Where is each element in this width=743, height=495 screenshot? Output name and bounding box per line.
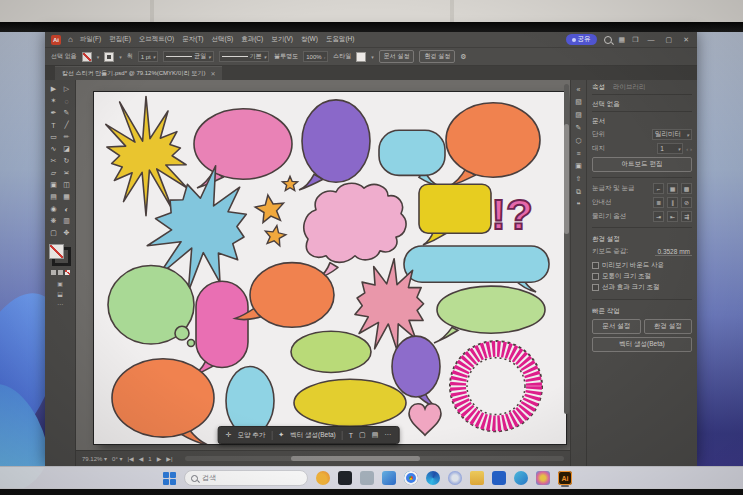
guide-option-icon[interactable]: ∥ [667, 197, 678, 208]
dock-artboards-icon[interactable]: ▣ [575, 162, 582, 170]
horizontal-scrollbar[interactable] [185, 456, 564, 461]
menu-item[interactable]: 파일(F) [80, 35, 101, 44]
menu-item[interactable]: 도움말(H) [326, 35, 355, 44]
preferences-button[interactable]: 환경 설정 [419, 50, 455, 63]
zoom-level-select[interactable]: 79.12% ▾ [82, 455, 107, 462]
sticker-burst-yellow[interactable] [106, 96, 187, 215]
menu-item[interactable]: 편집(E) [109, 35, 131, 44]
share-button[interactable]: 공유 [566, 34, 597, 45]
dock-links-icon[interactable]: ⧉ [576, 188, 581, 196]
sticker-star-small-1[interactable] [282, 176, 297, 190]
start-button[interactable] [163, 472, 176, 485]
paintbrush-tool[interactable]: ✏ [60, 131, 73, 143]
generate-vectors-button[interactable]: 벡터 생성(Beta) [592, 337, 692, 352]
ruler-grid-option-icon[interactable]: ▦ [667, 183, 678, 194]
tab-properties[interactable]: 속성 [592, 83, 605, 92]
sticker-star-medium[interactable] [255, 195, 283, 223]
symbol-sprayer-tool[interactable]: ❋ [47, 215, 60, 227]
minimize-button[interactable]: — [646, 36, 657, 43]
snap-option-icon[interactable]: ⇤ [667, 211, 678, 222]
close-tab-icon[interactable]: ✕ [210, 70, 215, 77]
preferences-icon[interactable]: ⚙ [460, 53, 466, 61]
sticker-bubble-yellow-rect[interactable] [419, 184, 491, 245]
fill-swatch-none[interactable] [82, 52, 92, 62]
hand-tool[interactable]: ✥ [60, 227, 73, 239]
artboard[interactable]: !? [94, 92, 566, 444]
width-tool[interactable]: ≍ [60, 167, 73, 179]
dock-asset-export-icon[interactable]: ⇧ [576, 175, 582, 183]
sticker-bubble-orange-big[interactable] [112, 359, 214, 444]
outlook-icon[interactable] [492, 471, 506, 485]
preference-checkbox[interactable]: 선과 효과 크기 조절 [592, 283, 692, 292]
sticker-star-small-2[interactable] [265, 226, 286, 246]
dock-brushes-icon[interactable]: ✎ [576, 124, 582, 132]
opacity-field[interactable]: 100%› [303, 51, 328, 62]
sticker-oval-yellowgreen[interactable] [291, 331, 371, 372]
dock-swatches-icon[interactable]: ▨ [575, 111, 582, 119]
rotation-select[interactable]: 0° ▾ [112, 455, 122, 462]
lasso-tool[interactable]: ◌ [60, 95, 73, 107]
stroke-swatch[interactable] [104, 52, 114, 62]
sticker-bubble-skyblue-wide[interactable] [404, 246, 549, 292]
dock-symbols-icon[interactable]: ⬡ [575, 137, 581, 145]
edge-icon[interactable] [426, 471, 440, 485]
search-icon[interactable] [604, 36, 612, 44]
guide-option-icon[interactable]: ⊘ [681, 197, 692, 208]
snap-option-icon[interactable]: ⇶ [681, 211, 692, 222]
type-tool[interactable]: T [47, 119, 60, 131]
free-transform-tool[interactable]: ▣ [47, 179, 60, 191]
app-teal-icon[interactable] [514, 471, 528, 485]
artboard-tool[interactable]: ▢ [47, 227, 60, 239]
scrollbar-thumb[interactable] [564, 124, 569, 234]
style-swatch[interactable] [356, 52, 366, 62]
fill-color-swatch-none[interactable] [49, 244, 64, 259]
snap-option-icon[interactable]: ⇥ [653, 211, 664, 222]
mesh-tool[interactable]: ▦ [60, 191, 73, 203]
scissors-tool[interactable]: ✂ [47, 155, 60, 167]
menu-item[interactable]: 창(W) [301, 35, 318, 44]
type-icon[interactable]: T [349, 432, 353, 439]
vertical-scrollbar[interactable] [564, 84, 569, 414]
image-icon[interactable]: ▤ [372, 431, 379, 439]
app-circle-icon[interactable] [448, 471, 462, 485]
draw-normal-icon[interactable]: ▣ [57, 280, 63, 287]
app-gray-icon[interactable] [360, 471, 374, 485]
preference-checkbox[interactable]: 미리보기 바운드 사용 [592, 261, 692, 270]
eyedropper-tool[interactable]: ◉ [47, 203, 60, 215]
gradient-tool[interactable]: ▤ [47, 191, 60, 203]
close-button[interactable]: ✕ [681, 36, 691, 44]
none-button[interactable] [65, 270, 70, 275]
menu-item[interactable]: 효과(C) [241, 35, 263, 44]
document-setup-button[interactable]: 문서 설정 [592, 319, 641, 334]
generate-vectors-button[interactable]: 벡터 생성(Beta) [290, 431, 336, 440]
edit-artboard-button[interactable]: 아트보드 편집 [592, 157, 692, 172]
unit-select[interactable]: 밀리미터▾ [652, 129, 692, 140]
app-dark-icon[interactable] [338, 471, 352, 485]
line-segment-tool[interactable]: ╱ [60, 119, 73, 131]
scale-tool[interactable]: ▱ [47, 167, 60, 179]
curvature-tool[interactable]: ✎ [60, 107, 73, 119]
stroke-width-stepper[interactable]: 1 pt▾ [138, 51, 159, 62]
ruler-grid-option-icon[interactable]: ⌐ [653, 183, 664, 194]
last-artboard-icon[interactable]: ▶| [166, 455, 172, 462]
rectangle-tool[interactable]: ▭ [47, 131, 60, 143]
menu-item[interactable]: 오브젝트(O) [139, 35, 174, 44]
restore-button[interactable]: ▢ [664, 36, 675, 44]
widget-weather-icon[interactable] [316, 471, 330, 485]
sticker-bubble-green-oval[interactable] [434, 286, 545, 343]
preference-checkbox[interactable]: 모퉁이 크기 조절 [592, 272, 692, 281]
next-artboard-icon[interactable]: ▶ [157, 455, 162, 462]
canvas[interactable]: !? [76, 80, 570, 450]
width-profile-select[interactable]: 균일▾ [163, 51, 214, 62]
sticker-bubble-green-round[interactable] [108, 266, 195, 347]
magic-wand-tool[interactable]: ✶ [47, 95, 60, 107]
preferences-button[interactable]: 환경 설정 [644, 319, 693, 334]
more-options-icon[interactable]: ⋯ [384, 431, 391, 439]
sticker-bubble-skyblue-small[interactable] [379, 130, 445, 186]
photos-icon[interactable] [536, 471, 550, 485]
home-icon[interactable]: ⌂ [68, 35, 73, 44]
add-shape-button[interactable]: 모양 추가 [238, 431, 266, 440]
sticker-bubble-orange-left-tail[interactable] [235, 263, 334, 328]
workspace-switcher-icon[interactable]: ▦ [619, 36, 626, 44]
chrome-icon[interactable] [404, 471, 418, 485]
